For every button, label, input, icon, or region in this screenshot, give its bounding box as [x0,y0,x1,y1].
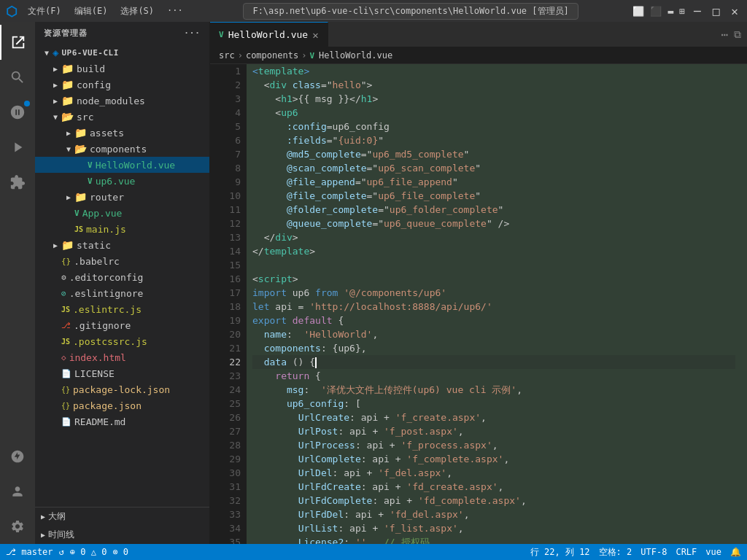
indent-status[interactable]: 空格: 2 [599,546,632,559]
menu-bar[interactable]: 文件(F) 编辑(E) 选择(S) ··· [22,4,189,19]
tree-item-babelrc[interactable]: {} .babelrc [35,253,209,269]
errors-warnings-status[interactable]: ⊕ 0 △ 0 [70,547,107,557]
breadcrumb-components[interactable]: components [246,50,298,61]
tree-item-up6vue[interactable]: V up6.vue [35,173,209,189]
build-folder-icon: 📁 [61,63,74,74]
settings-activity-btn[interactable] [0,509,35,544]
problems-status[interactable]: ⊗ 0 [112,547,128,557]
sidebar: 资源管理器 ··· ▼ ◈ UP6-VUE-CLI ▶ 📁 build ▶ 📁 … [35,22,210,544]
git-branch-status[interactable]: ⎇ master [6,547,53,557]
packagejson-icon: {} [61,402,70,410]
ln-4: 4 [219,106,241,120]
search-activity-btn[interactable] [0,60,35,95]
tree-item-config[interactable]: ▶ 📁 config [35,77,209,93]
ln-13: 13 [219,230,241,244]
eslintrc-label: .eslintrc.js [73,304,142,315]
tree-item-packagejson[interactable]: {} package.json [35,397,209,413]
outline-section[interactable]: ▶ 大纲 [35,508,209,526]
tree-item-eslintignore[interactable]: ⊘ .eslintignore [35,285,209,301]
encoding-status[interactable]: UTF-8 [640,547,667,557]
close-btn[interactable]: ✕ [728,4,741,18]
mainjs-label: main.js [86,224,126,235]
tree-item-static[interactable]: ▶ 📁 static [35,237,209,253]
title-bar-center: F:\asp.net\up6-vue-cli\src\components\He… [189,3,633,20]
tree-item-license[interactable]: 📄 LICENSE [35,365,209,381]
root-chevron: ▼ [41,49,53,57]
tab-helloworld[interactable]: V HelloWorld.vue ✕ [210,22,328,47]
license-label: LICENSE [74,368,115,379]
sidebar-bottom: ▶ 大纲 ▶ 时间线 [35,507,209,544]
tree-item-packagelock[interactable]: {} package-lock.json [35,381,209,397]
layout-icon[interactable]: ⬜ [632,6,644,17]
timeline-section[interactable]: ▶ 时间线 [35,526,209,544]
line-ending-status[interactable]: CRLF [676,547,697,557]
code-line-27: UrlPost: api + 'f_post.aspx', [252,424,735,438]
code-line-9: @file_append="up6_file_append" [252,175,735,189]
menu-edit[interactable]: 编辑(E) [69,4,114,19]
tree-item-src[interactable]: ▼ 📂 src [35,109,209,125]
explorer-activity-btn[interactable] [0,25,35,60]
tree-item-appvue[interactable]: V App.vue [35,205,209,221]
tree-item-eslintrc[interactable]: JS .eslintrc.js [35,301,209,317]
code-line-2: <div class="hello"> [252,78,735,92]
outline-chevron: ▶ [41,513,45,521]
tree-item-assets[interactable]: ▶ 📁 assets [35,125,209,141]
tab-close-btn[interactable]: ✕ [312,29,318,41]
tree-item-editorconfig[interactable]: ⚙ .editorconfig [35,269,209,285]
split-editor-btn[interactable]: ⧉ [734,28,741,41]
minimize-btn[interactable]: ─ [691,4,704,18]
babelrc-icon: {} [61,257,71,266]
code-line-10: @file_complete="up6_file_complete" [252,189,735,203]
breadcrumb-file[interactable]: HelloWorld.vue [319,50,392,61]
run-activity-btn[interactable] [0,130,35,165]
git-activity-btn[interactable] [0,95,35,130]
tree-item-node-modules[interactable]: ▶ 📁 node_modules [35,93,209,109]
split-icon[interactable]: ⬛ [650,6,662,17]
tree-item-build[interactable]: ▶ 📁 build [35,61,209,77]
maximize-btn[interactable]: □ [710,4,723,18]
panel-icon[interactable]: ▬ [667,6,673,17]
root-icon: ◈ [53,47,58,58]
ln-7: 7 [219,147,241,161]
ln-6: 6 [219,133,241,147]
extensions-activity-btn[interactable] [0,165,35,200]
tree-item-mainjs[interactable]: JS main.js [35,221,209,237]
notification-bell-icon[interactable]: 🔔 [730,547,741,557]
ln-31: 31 [219,480,241,494]
tree-item-readme[interactable]: 📄 README.md [35,413,209,429]
ln-32: 32 [219,494,241,508]
src-chevron: ▼ [50,113,61,121]
menu-more[interactable]: ··· [161,4,189,19]
menu-file[interactable]: 文件(F) [22,4,67,19]
code-line-30: UrlDel: api + 'f_del.aspx', [252,466,735,480]
tree-item-components[interactable]: ▼ 📂 components [35,141,209,157]
eslintrc-icon: JS [61,306,70,314]
code-line-1: <template> [252,64,735,78]
remote-activity-btn[interactable] [0,439,35,474]
code-line-13: </div> [252,230,735,244]
code-editor[interactable]: 1 2 3 4 5 6 7 8 9 10 11 12 13 14 15 16 1 [210,64,747,544]
cursor-position-status[interactable]: 行 22, 列 12 [530,546,590,559]
sync-status[interactable]: ↺ [59,547,64,557]
ln-16: 16 [219,272,241,286]
tree-item-helloworld[interactable]: V HelloWorld.vue [35,157,209,173]
tree-item-indexhtml[interactable]: ◇ index.html [35,349,209,365]
menu-select[interactable]: 选择(S) [115,4,160,19]
path-bar[interactable]: F:\asp.net\up6-vue-cli\src\components\He… [243,3,578,20]
breadcrumb-src[interactable]: src [219,50,235,61]
explorer-more-btn[interactable]: ··· [184,28,201,38]
grid-icon[interactable]: ⊞ [679,6,685,17]
tree-item-router[interactable]: ▶ 📁 router [35,189,209,205]
code-line-22: data () { [252,355,735,369]
account-activity-btn[interactable] [0,474,35,509]
static-chevron: ▶ [50,241,61,249]
appvue-icon: V [74,209,80,218]
code-lines: <template> <div class="hello"> <h1>{{ ms… [247,64,747,544]
code-line-11: @folder_complete="up6_folder_complete" [252,203,735,217]
main-area: 资源管理器 ··· ▼ ◈ UP6-VUE-CLI ▶ 📁 build ▶ 📁 … [0,22,747,544]
tree-root[interactable]: ▼ ◈ UP6-VUE-CLI [35,44,209,61]
ellipsis-btn[interactable]: ⋯ [721,28,728,42]
tree-item-postcssrc[interactable]: JS .postcssrc.js [35,333,209,349]
language-status[interactable]: vue [705,547,721,557]
tree-item-gitignore[interactable]: ⎇ .gitignore [35,317,209,333]
